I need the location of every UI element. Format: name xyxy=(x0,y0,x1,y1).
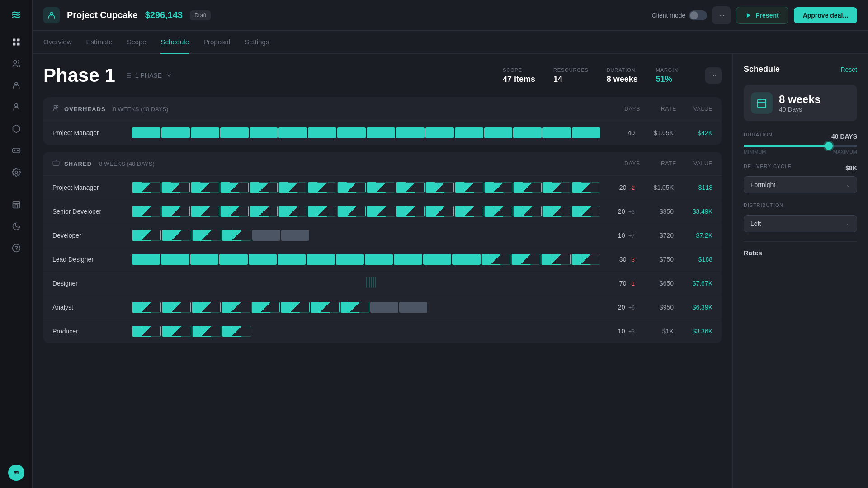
sidebar-icon-building[interactable] xyxy=(7,196,25,214)
resource-rate: $650 xyxy=(642,280,674,287)
more-button[interactable]: ··· xyxy=(712,6,731,24)
sidebar-icon-team[interactable] xyxy=(7,98,25,116)
sidebar-icon-cube[interactable] xyxy=(7,120,25,138)
gantt-segment xyxy=(514,326,542,337)
delivery-cycle-section: DELIVERY CYCLE $8K xyxy=(744,164,857,173)
gantt-segment xyxy=(543,302,571,313)
resource-row-pm-shared: Project Manager xyxy=(43,176,722,200)
svg-rect-2 xyxy=(13,43,15,46)
gantt-segment xyxy=(484,182,513,193)
tab-estimate[interactable]: Estimate xyxy=(86,31,113,54)
gantt-segment xyxy=(484,127,513,138)
phase-meta[interactable]: 1 PHASE xyxy=(124,72,173,79)
phase-options-button[interactable]: ··· xyxy=(705,67,722,84)
shared-cols: DAYS RATE VALUE xyxy=(613,160,712,167)
resource-days: 30 -3 xyxy=(608,256,635,263)
gantt-segment xyxy=(572,127,600,138)
sidebar-icon-users[interactable] xyxy=(7,55,25,73)
gantt-segment xyxy=(311,302,340,313)
sidebar-icon-grid[interactable] xyxy=(7,33,25,51)
resource-days: 20 -2 xyxy=(608,184,635,191)
app-logo[interactable]: ≋ xyxy=(11,7,21,22)
user-avatar[interactable]: ≋ xyxy=(8,465,24,481)
tab-scope[interactable]: Scope xyxy=(127,31,146,54)
overheads-header: OVERHEADS 8 WEEKS (40 DAYS) DAYS RATE VA… xyxy=(43,97,722,121)
tab-overview[interactable]: Overview xyxy=(43,31,72,54)
slider-minmax: MINIMUM MAXIMUM xyxy=(744,149,857,155)
gantt-segment xyxy=(250,182,278,193)
gantt-segment xyxy=(252,230,280,241)
phase-stats: SCOPE 47 items RESOURCES 14 DURATION 8 w… xyxy=(503,67,722,84)
svg-rect-0 xyxy=(13,39,15,42)
gantt-segment xyxy=(368,230,396,241)
gantt-segment xyxy=(513,127,542,138)
present-button[interactable]: Present xyxy=(736,7,788,24)
resource-days: 10 +7 xyxy=(608,232,635,239)
sidebar-icon-person[interactable] xyxy=(7,76,25,94)
reset-button[interactable]: Reset xyxy=(840,66,857,73)
gantt-segment xyxy=(572,326,600,337)
client-mode-toggle[interactable] xyxy=(689,10,707,20)
gantt-segment xyxy=(132,254,160,265)
stat-scope: SCOPE 47 items xyxy=(503,67,535,84)
svg-rect-1 xyxy=(17,39,19,42)
distribution-select[interactable]: Left ⌄ xyxy=(744,215,857,232)
gantt-segment xyxy=(278,182,307,193)
resource-rate: $720 xyxy=(642,232,674,239)
gantt-segment xyxy=(192,230,221,241)
gantt-segment xyxy=(220,127,249,138)
calendar-icon xyxy=(751,92,773,114)
approve-button[interactable]: Approve deal... xyxy=(794,7,857,23)
gantt-segment xyxy=(513,206,542,217)
sidebar-icon-settings[interactable] xyxy=(7,163,25,181)
tab-schedule[interactable]: Schedule xyxy=(160,31,189,54)
rates-title: Rates xyxy=(744,249,762,257)
resource-name: Designer xyxy=(52,280,125,287)
gantt-segment xyxy=(191,127,219,138)
duration-card: 8 weeks 40 Days xyxy=(744,85,857,121)
gantt-segment xyxy=(191,182,219,193)
svg-point-4 xyxy=(14,61,17,64)
gantt-segment xyxy=(456,326,484,337)
tab-settings[interactable]: Settings xyxy=(245,31,269,54)
gantt-segment xyxy=(162,230,191,241)
gantt-segment xyxy=(249,254,277,265)
resource-row-pm-overhead: Project Manager xyxy=(43,121,722,145)
delivery-cycle-select[interactable]: Fortnight ⌄ xyxy=(744,176,857,193)
resource-name: Producer xyxy=(52,328,125,335)
duration-slider-track[interactable] xyxy=(744,145,857,147)
shared-duration: 8 WEEKS (40 DAYS) xyxy=(99,160,155,167)
delivery-cycle-option: Fortnight xyxy=(750,181,775,188)
resource-days: 20 +6 xyxy=(608,304,635,311)
gantt-segment xyxy=(396,206,425,217)
gantt-segment xyxy=(222,302,250,313)
gantt-segment xyxy=(365,254,393,265)
distribution-section: DISTRIBUTION xyxy=(744,202,857,211)
chevron-down-icon: ⌄ xyxy=(846,182,850,188)
tab-proposal[interactable]: Proposal xyxy=(203,31,230,54)
gantt-segment xyxy=(457,302,485,313)
gantt-bar xyxy=(132,229,600,242)
gantt-bar xyxy=(132,181,600,194)
gantt-segment xyxy=(484,206,513,217)
svg-point-6 xyxy=(14,104,18,107)
gantt-segment xyxy=(369,277,370,288)
sidebar-icon-game[interactable] xyxy=(7,141,25,160)
gantt-segment xyxy=(456,230,484,241)
gantt-segment xyxy=(485,230,513,241)
gantt-segment xyxy=(161,182,190,193)
duration-section: DURATION 40 DAYS xyxy=(744,132,857,141)
gantt-segment xyxy=(455,206,483,217)
gantt-segment xyxy=(428,302,456,313)
resource-rate: $1.05K xyxy=(642,129,674,136)
slider-thumb[interactable] xyxy=(825,142,833,150)
resource-value: $7.67K xyxy=(681,280,712,287)
gantt-segment xyxy=(427,326,455,337)
panel-title: Schedule xyxy=(744,65,780,74)
sidebar-icon-moon[interactable] xyxy=(7,217,25,235)
gantt-segment xyxy=(222,326,251,337)
gantt-segment xyxy=(336,254,364,265)
sidebar-icon-help[interactable] xyxy=(7,239,25,257)
rates-section: Rates xyxy=(744,241,857,257)
gantt-segment xyxy=(281,326,309,337)
